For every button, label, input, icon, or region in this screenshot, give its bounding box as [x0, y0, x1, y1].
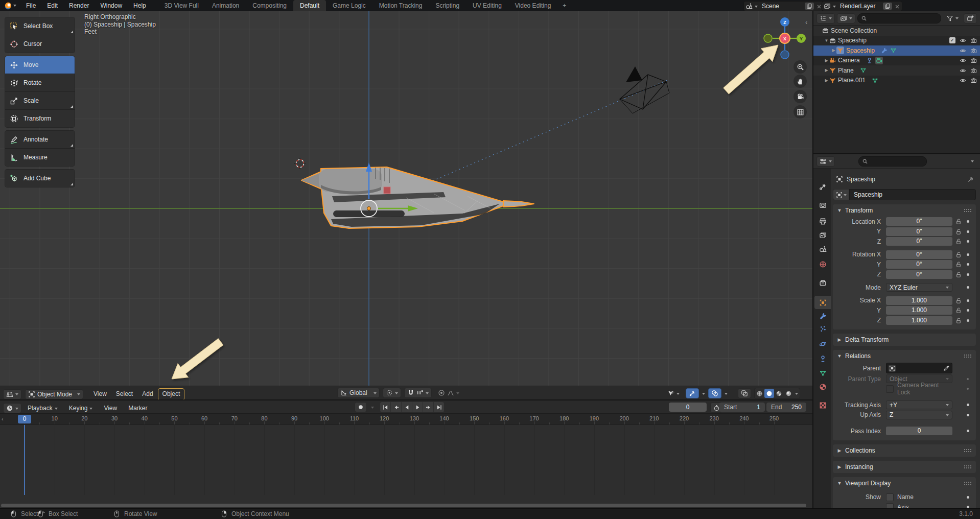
lock-open-icon[interactable] — [952, 238, 964, 245]
expand-arrow-icon[interactable]: ▼ — [824, 38, 829, 43]
viewport-menu-view[interactable]: View — [89, 388, 111, 399]
pass-index-field[interactable]: 0 — [886, 427, 952, 435]
camera-toggle-toggle[interactable] — [970, 77, 977, 84]
workspace-tab-uv-editing[interactable]: UV Editing — [466, 0, 508, 11]
keying-set-dropdown[interactable] — [368, 402, 377, 412]
camera-parent-lock-checkbox[interactable] — [886, 385, 894, 393]
timeline-ruler[interactable]: 1020304050607080901001101201301401501601… — [0, 414, 812, 425]
properties-tab-physics[interactable] — [814, 337, 831, 350]
scale-x-value-field[interactable]: 1.000 — [886, 296, 952, 305]
menubar-render[interactable]: Render — [63, 0, 95, 11]
animate-dot[interactable] — [967, 404, 969, 406]
eye-toggle[interactable] — [960, 47, 966, 54]
eye-toggle[interactable] — [960, 77, 966, 84]
properties-tab-material[interactable] — [814, 380, 831, 393]
menubar-edit[interactable]: Edit — [41, 0, 63, 11]
animate-dot[interactable] — [967, 240, 969, 243]
overlays-dropdown-icon[interactable] — [725, 393, 728, 396]
properties-search-input[interactable] — [858, 156, 927, 167]
blender-logo-icon[interactable] — [4, 2, 16, 10]
timeline-menu-playback[interactable]: Playback — [22, 402, 63, 414]
relations-panel-header[interactable]: ▼Relations — [833, 350, 976, 362]
next-keyframe-button[interactable] — [423, 402, 433, 412]
tool-cursor[interactable]: Cursor — [5, 35, 75, 53]
object-id-dropdown[interactable] — [833, 189, 849, 200]
object-name-field[interactable]: Spaceship — [849, 189, 976, 200]
timeline-menu-view[interactable]: View — [99, 402, 122, 414]
eye-toggle[interactable] — [960, 57, 966, 64]
viewport-grid-ortho-button[interactable] — [794, 105, 807, 119]
properties-tab-data[interactable] — [814, 366, 831, 380]
add-workspace-button[interactable]: + — [557, 0, 571, 11]
show-object-types-dropdown[interactable] — [664, 388, 683, 398]
eye-toggle[interactable] — [960, 37, 966, 44]
animate-dot[interactable] — [967, 286, 969, 289]
animate-dot[interactable] — [967, 299, 969, 302]
z-value-field[interactable]: 1.000 — [886, 316, 952, 325]
camera-object[interactable] — [620, 66, 669, 113]
sidebar-toggle[interactable]: ‹ — [805, 18, 807, 26]
frame-end-field[interactable]: End 250 — [766, 403, 806, 412]
menubar-help[interactable]: Help — [128, 0, 152, 11]
timeline-menu-marker[interactable]: Marker — [123, 402, 152, 414]
y-value-field[interactable]: 1.000 — [886, 306, 952, 315]
drag-dots-icon[interactable] — [964, 208, 972, 213]
shading-solid-button[interactable] — [764, 389, 774, 398]
show-name-checkbox[interactable] — [886, 493, 894, 501]
scene-duplicate-button[interactable] — [805, 3, 814, 10]
camera-toggle-toggle[interactable] — [970, 37, 977, 44]
outliner-row-spaceship[interactable]: ▶Spaceship — [813, 45, 980, 56]
outliner-row-spaceship[interactable]: ▼Spaceship✓ — [813, 36, 980, 46]
animate-dot[interactable] — [967, 319, 969, 322]
workspace-tab-compositing[interactable]: Compositing — [246, 0, 293, 11]
playhead-line[interactable] — [24, 425, 25, 495]
parent-object-field[interactable] — [886, 363, 952, 373]
expand-arrow-icon[interactable]: ▶ — [824, 58, 829, 63]
outliner-row-scene-collection[interactable]: Scene Collection — [813, 26, 980, 36]
tool-scale[interactable]: Scale — [5, 91, 75, 109]
render-layer-duplicate-button[interactable] — [883, 3, 892, 10]
properties-tab-constraints[interactable] — [814, 352, 831, 365]
properties-options-dropdown[interactable] — [968, 156, 977, 167]
lock-open-icon[interactable] — [952, 228, 964, 235]
outliner-row-camera[interactable]: ▶Camera — [813, 56, 980, 66]
viewport-display-header[interactable]: ▼Viewport Display — [833, 477, 976, 489]
outliner-row-plane[interactable]: ▶Plane — [813, 65, 980, 76]
drag-dots-icon[interactable] — [964, 354, 972, 358]
properties-tab-tool[interactable] — [814, 180, 831, 193]
animate-dot[interactable] — [967, 263, 969, 266]
frame-start-field[interactable]: Start 1 — [719, 403, 765, 412]
snap-toggle[interactable] — [404, 388, 432, 398]
tracking-axis-dropdown[interactable]: +Y — [886, 400, 952, 409]
expand-arrow-icon[interactable]: ▶ — [824, 78, 829, 83]
viewport-zoom-button[interactable] — [794, 60, 807, 74]
viewport-camera-view-button[interactable] — [794, 90, 807, 103]
show-overlays-toggle[interactable] — [708, 388, 721, 398]
render-layer-selector[interactable]: RenderLayer — [822, 1, 902, 11]
navigation-axis-gizmo[interactable]: Z Y X — [762, 15, 808, 61]
rotation-x-value-field[interactable]: 0° — [886, 250, 952, 259]
proportional-editing-toggle[interactable] — [435, 388, 462, 398]
new-collection-button[interactable] — [964, 13, 977, 23]
properties-tab-world[interactable] — [814, 257, 831, 271]
shading-rendered-button[interactable] — [784, 389, 794, 398]
y-value-field[interactable]: 0" — [886, 227, 952, 236]
animate-dot[interactable] — [967, 273, 969, 276]
shading-wireframe-button[interactable] — [755, 389, 764, 398]
workspace-tab-default[interactable]: Default — [293, 0, 326, 11]
tool-select-box[interactable]: Select Box — [5, 17, 75, 35]
mode-dropdown[interactable]: XYZ Euler — [886, 283, 952, 292]
properties-editor-type-button[interactable] — [816, 156, 835, 167]
show-axis-checkbox[interactable] — [886, 503, 894, 508]
properties-tab-scene[interactable] — [814, 242, 831, 255]
outliner-display-mode-dropdown[interactable] — [816, 13, 835, 23]
timeline-menu-keying[interactable]: Keying — [64, 402, 98, 414]
properties-tab-modifiers[interactable] — [814, 309, 831, 322]
properties-tab-collection[interactable] — [814, 276, 831, 289]
show-gizmo-toggle[interactable] — [686, 388, 699, 398]
playhead-chip[interactable]: 0 — [18, 415, 31, 423]
auto-keying-toggle[interactable] — [355, 402, 367, 412]
animate-dot[interactable] — [967, 414, 969, 416]
animate-dot[interactable] — [967, 378, 969, 380]
animate-dot[interactable] — [967, 220, 969, 223]
